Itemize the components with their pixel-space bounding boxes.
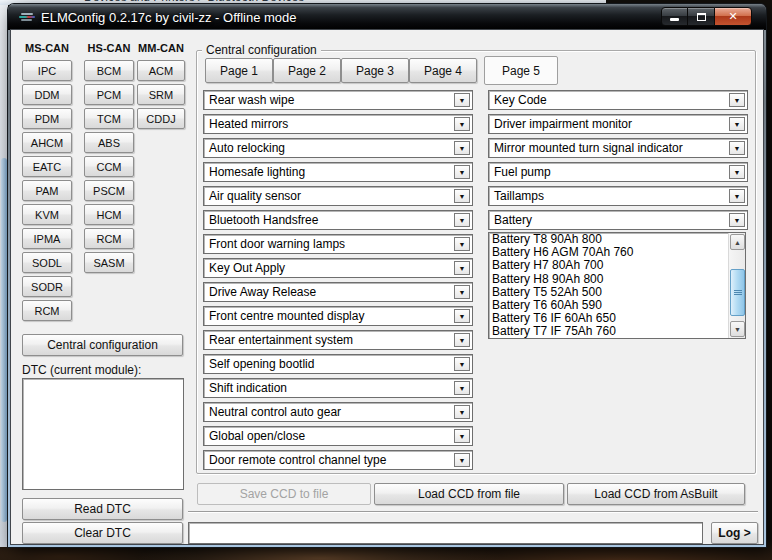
chevron-down-icon[interactable]: ▼	[729, 93, 745, 107]
config-combobox[interactable]: Heated mirrors ▼	[203, 114, 473, 134]
module-button[interactable]: SASM	[84, 252, 134, 273]
config-combobox[interactable]: Drive Away Release ▼	[203, 282, 473, 302]
module-button[interactable]: ABS	[84, 132, 134, 153]
module-button[interactable]: PAM	[22, 180, 72, 201]
chevron-down-icon[interactable]: ▼	[454, 309, 470, 323]
log-toggle-button[interactable]: Log >	[711, 522, 758, 544]
window-title: ELMConfig 0.2.17c by civil-zz - Offline …	[41, 10, 297, 25]
tab-page-2[interactable]: Page 2	[273, 58, 341, 83]
config-combobox[interactable]: Key Code ▼	[488, 90, 748, 110]
app-icon	[19, 9, 35, 25]
module-button[interactable]: KVM	[22, 204, 72, 225]
scrollbar-thumb[interactable]	[730, 269, 745, 316]
module-button[interactable]: SODR	[22, 276, 72, 297]
config-combobox[interactable]: Front centre mounted display ▼	[203, 306, 473, 326]
module-button[interactable]: AHCM	[22, 132, 72, 153]
maximize-button[interactable]	[688, 7, 714, 26]
titlebar[interactable]: ELMConfig 0.2.17c by civil-zz - Offline …	[8, 4, 766, 30]
chevron-down-icon[interactable]: ▼	[454, 357, 470, 371]
config-combobox[interactable]: Key Out Apply ▼	[203, 258, 473, 278]
read-dtc-button[interactable]: Read DTC	[22, 498, 183, 520]
chevron-down-icon[interactable]: ▼	[454, 141, 470, 155]
chevron-down-icon[interactable]: ▼	[729, 213, 745, 227]
battery-list-item[interactable]: Battery H7 80Ah 700	[489, 259, 745, 272]
config-combobox[interactable]: Neutral control auto gear ▼	[203, 402, 473, 422]
chevron-down-icon[interactable]: ▼	[454, 213, 470, 227]
config-combobox[interactable]: Shift indication ▼	[203, 378, 473, 398]
chevron-down-icon[interactable]: ▼	[454, 405, 470, 419]
load-ccd-from-file-button[interactable]: Load CCD from file	[374, 483, 564, 505]
chevron-down-icon[interactable]: ▼	[729, 189, 745, 203]
module-button[interactable]: CCM	[84, 156, 134, 177]
chevron-down-icon[interactable]: ▼	[729, 165, 745, 179]
module-button[interactable]: IPMA	[22, 228, 72, 249]
module-button[interactable]: RCM	[84, 228, 134, 249]
combobox-value: Key Code	[494, 93, 547, 107]
config-combobox[interactable]: Battery ▼	[488, 210, 748, 230]
module-button[interactable]: TCM	[84, 108, 134, 129]
chevron-down-icon[interactable]: ▼	[454, 93, 470, 107]
chevron-down-icon[interactable]: ▼	[454, 189, 470, 203]
chevron-down-icon[interactable]: ▼	[454, 117, 470, 131]
module-button[interactable]: PSCM	[84, 180, 134, 201]
chevron-down-icon[interactable]: ▼	[454, 381, 470, 395]
tab-page-4[interactable]: Page 4	[409, 58, 477, 83]
config-combobox[interactable]: Front door warning lamps ▼	[203, 234, 473, 254]
battery-list-item[interactable]: Battery H8 90Ah 800	[489, 273, 745, 286]
config-combobox[interactable]: Air quality sensor ▼	[203, 186, 473, 206]
config-combobox[interactable]: Taillamps ▼	[488, 186, 748, 206]
save-ccd-button[interactable]: Save CCD to file	[197, 483, 371, 505]
bus-header-ms-can: MS-CAN	[22, 42, 72, 54]
chevron-down-icon[interactable]: ▼	[454, 285, 470, 299]
module-button[interactable]: IPC	[22, 60, 72, 81]
module-button[interactable]: BCM	[84, 60, 134, 81]
module-button[interactable]: HCM	[84, 204, 134, 225]
tab-page-1[interactable]: Page 1	[205, 58, 273, 83]
tab-page-3[interactable]: Page 3	[341, 58, 409, 83]
module-button[interactable]: RCM	[22, 300, 72, 321]
config-combobox[interactable]: Global open/close ▼	[203, 426, 473, 446]
config-combobox[interactable]: Bluetooth Handsfree ▼	[203, 210, 473, 230]
config-combobox[interactable]: Door remote control channel type ▼	[203, 450, 473, 470]
battery-list-item[interactable]: Battery T7 IF 75Ah 760	[489, 325, 745, 338]
module-button[interactable]: SRM	[137, 84, 185, 105]
load-ccd-from-asbuilt-button[interactable]: Load CCD from AsBuilt	[567, 483, 745, 505]
central-configuration-button[interactable]: Central configuration	[22, 334, 183, 356]
dtc-textarea[interactable]	[22, 378, 184, 490]
tab-page-5[interactable]: Page 5	[484, 56, 558, 85]
module-button[interactable]: PCM	[84, 84, 134, 105]
chevron-down-icon[interactable]: ▼	[729, 141, 745, 155]
scroll-down-icon[interactable]: ▼	[730, 321, 745, 337]
config-combobox[interactable]: Homesafe lighting ▼	[203, 162, 473, 182]
window-controls: ✕	[661, 7, 752, 26]
config-combobox[interactable]: Auto relocking ▼	[203, 138, 473, 158]
combobox-value: Air quality sensor	[209, 189, 301, 203]
minimize-button[interactable]	[661, 7, 688, 26]
chevron-down-icon[interactable]: ▼	[454, 453, 470, 467]
chevron-down-icon[interactable]: ▼	[729, 117, 745, 131]
combobox-value: Neutral control auto gear	[209, 405, 341, 419]
close-button[interactable]: ✕	[714, 7, 752, 26]
config-combobox[interactable]: Self opening bootlid ▼	[203, 354, 473, 374]
module-button[interactable]: EATC	[22, 156, 72, 177]
module-button[interactable]: ACM	[137, 60, 185, 81]
module-button[interactable]: DDM	[22, 84, 72, 105]
module-button[interactable]: CDDJ	[137, 108, 185, 129]
clear-dtc-button[interactable]: Clear DTC	[22, 522, 183, 544]
module-button[interactable]: PDM	[22, 108, 72, 129]
scroll-up-icon[interactable]: ▲	[730, 234, 745, 250]
chevron-down-icon[interactable]: ▼	[454, 165, 470, 179]
combobox-value: Battery	[494, 213, 532, 227]
config-combobox[interactable]: Mirror mounted turn signal indicator ▼	[488, 138, 748, 158]
chevron-down-icon[interactable]: ▼	[454, 333, 470, 347]
list-scrollbar[interactable]: ▲ ▼	[728, 233, 745, 338]
config-combobox[interactable]: Rear entertainment system ▼	[203, 330, 473, 350]
chevron-down-icon[interactable]: ▼	[454, 429, 470, 443]
config-combobox[interactable]: Rear wash wipe ▼	[203, 90, 473, 110]
config-combobox[interactable]: Fuel pump ▼	[488, 162, 748, 182]
module-button[interactable]: SODL	[22, 252, 72, 273]
chevron-down-icon[interactable]: ▼	[454, 237, 470, 251]
config-combobox[interactable]: Driver impairment monitor ▼	[488, 114, 748, 134]
chevron-down-icon[interactable]: ▼	[454, 261, 470, 275]
combobox-value: Bluetooth Handsfree	[209, 213, 318, 227]
